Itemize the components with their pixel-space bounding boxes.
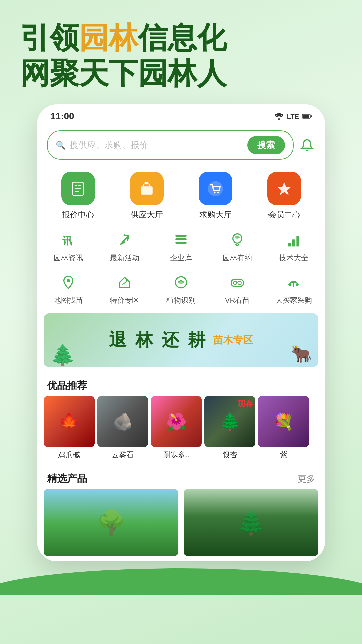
selected-product-2[interactable]: 🌲 — [184, 489, 318, 556]
product-image-yinxing: 🌲 现存 — [204, 396, 255, 447]
member-center-icon — [267, 172, 301, 205]
svg-point-11 — [145, 182, 148, 184]
search-bar[interactable]: 🔍 搜供应、求购、报价 搜索 — [47, 130, 294, 160]
svg-point-14 — [217, 191, 219, 193]
svg-point-13 — [214, 191, 216, 193]
phone-mockup: 11:00 LTE 🔍 搜供应、求购、报价 搜索 — [37, 104, 325, 561]
banner[interactable]: 🌲 退 林 还 耕 苗木专区 🐂 — [44, 313, 318, 367]
svg-text:¥: ¥ — [77, 184, 79, 188]
selected-products: 🌳 🌲 — [37, 489, 325, 561]
product-item-yinxing[interactable]: 🌲 现存 银杏 — [204, 396, 255, 460]
selected-product-image-1: 🌳 — [44, 489, 178, 556]
selected-title: 精选产品 — [47, 472, 87, 486]
search-button[interactable]: 搜索 — [247, 136, 285, 154]
quote-center-icon: ¥ — [61, 172, 95, 205]
supply-hall-icon — [130, 172, 164, 205]
svg-rect-2 — [303, 115, 309, 118]
svg-point-12 — [208, 181, 223, 196]
search-placeholder-text: 搜供应、求购、报价 — [70, 139, 243, 151]
garden-news-label: 园林资讯 — [54, 253, 83, 263]
banner-animal-decoration: 🐂 — [291, 344, 312, 364]
headline-highlight: 园林 — [79, 21, 138, 54]
recommended-section-header: 优品推荐 — [37, 372, 325, 396]
banner-content: 退 林 还 耕 苗木专区 — [109, 328, 253, 352]
status-time: 11:00 — [50, 111, 74, 122]
product-name-naihanduo: 耐寒多.. — [163, 450, 189, 460]
svg-point-31 — [238, 281, 241, 285]
banner-sub-text: 苗木专区 — [213, 333, 253, 347]
svg-rect-22 — [288, 243, 291, 247]
garden-news-icon: 讯 — [58, 230, 78, 250]
sub-cat-special-price[interactable]: 特价专区 — [100, 272, 150, 305]
product-name-yinxing: 银杏 — [223, 450, 237, 460]
svg-rect-18 — [175, 235, 186, 237]
headline-line1: 引领园林信息化 — [20, 20, 342, 56]
sub-cat-new-activity[interactable]: 最新活动 — [100, 230, 150, 263]
banner-tree-decoration: 🌲 — [50, 343, 75, 367]
main-cat-member-center[interactable]: 会员中心 — [267, 172, 301, 220]
svg-rect-24 — [296, 236, 299, 247]
sub-cat-tech-guide[interactable]: 技术大全 — [268, 230, 319, 263]
member-center-label: 会员中心 — [268, 209, 300, 220]
product-item-yunwushi[interactable]: 🪨 云雾石 — [97, 396, 148, 460]
hot-badge-yinxing: 现存 — [238, 399, 253, 409]
svg-rect-19 — [175, 238, 186, 240]
bulk-purchase-label: 大买家采购 — [275, 295, 312, 305]
selected-section-header: 精选产品 更多 — [37, 465, 325, 489]
svg-point-30 — [233, 281, 237, 285]
sub-cat-enterprise-db[interactable]: 企业库 — [156, 230, 206, 263]
status-icons: LTE — [274, 113, 312, 120]
product-image-naihanduo: 🌺 — [151, 396, 202, 447]
sub-cat-bulk-purchase[interactable]: 大买家采购 — [268, 272, 319, 305]
bulk-purchase-icon — [284, 272, 304, 292]
bottom-wave — [0, 568, 362, 595]
sub-cat-plant-id[interactable]: 植物识别 — [156, 272, 206, 305]
svg-line-27 — [122, 281, 127, 285]
sub-cat-garden-appointment[interactable]: 园林有约 — [212, 230, 262, 263]
wifi-icon — [274, 113, 284, 120]
product-item-naihanduo[interactable]: 🌺 耐寒多.. — [151, 396, 202, 460]
svg-point-35 — [296, 284, 298, 286]
special-price-label: 特价专区 — [110, 295, 139, 305]
vr-seedling-icon — [227, 272, 247, 292]
sub-cat-vr-seedling[interactable]: VR看苗 — [212, 272, 262, 305]
main-cat-purchase-hall[interactable]: 求购大厅 — [199, 172, 232, 220]
svg-point-34 — [289, 284, 292, 286]
main-cat-quote-center[interactable]: ¥ 报价中心 — [61, 172, 95, 220]
sub-categories-row2: 地图找苗 特价专区 植物识别 — [37, 266, 325, 308]
sub-cat-garden-news[interactable]: 讯 园林资讯 — [43, 230, 94, 263]
tech-guide-icon — [284, 230, 304, 250]
svg-point-26 — [126, 279, 128, 281]
product-image-yunwushi: 🪨 — [97, 396, 148, 447]
main-categories: ¥ 报价中心 供应大厅 — [37, 165, 325, 223]
svg-text:讯: 讯 — [62, 235, 73, 246]
garden-appointment-icon — [227, 230, 247, 250]
svg-point-0 — [278, 118, 280, 120]
battery-icon — [302, 113, 312, 120]
quote-center-label: 报价中心 — [62, 209, 94, 220]
selected-product-1[interactable]: 🌳 — [44, 489, 178, 556]
main-cat-supply-hall[interactable]: 供应大厅 — [130, 172, 164, 220]
purchase-hall-label: 求购大厅 — [199, 209, 232, 220]
sub-cat-map-seedling[interactable]: 地图找苗 — [43, 272, 94, 305]
map-seedling-icon — [58, 272, 78, 292]
svg-rect-3 — [311, 115, 312, 117]
new-activity-icon — [115, 230, 135, 250]
status-bar: 11:00 LTE — [37, 104, 325, 125]
product-image-zi: 💐 — [258, 396, 309, 447]
garden-appointment-label: 园林有约 — [223, 253, 252, 263]
plant-id-label: 植物识别 — [166, 295, 196, 305]
svg-rect-9 — [141, 187, 152, 194]
purchase-hall-icon — [199, 172, 232, 205]
notification-bell-icon[interactable] — [299, 137, 315, 153]
supply-hall-label: 供应大厅 — [131, 209, 163, 220]
product-item-jizhaoqi[interactable]: 🍁 鸡爪槭 — [44, 396, 95, 460]
product-item-zi[interactable]: 💐 紫 — [258, 396, 309, 460]
tech-guide-label: 技术大全 — [279, 253, 308, 263]
recommended-title: 优品推荐 — [47, 379, 87, 393]
background-headline: 引领园林信息化 网聚天下园林人 — [0, 0, 362, 104]
headline-line2: 网聚天下园林人 — [20, 56, 342, 91]
banner-main-text: 退 林 还 耕 — [109, 328, 207, 352]
product-name-jizhaoqi: 鸡爪槭 — [58, 450, 80, 460]
selected-more[interactable]: 更多 — [298, 473, 315, 485]
